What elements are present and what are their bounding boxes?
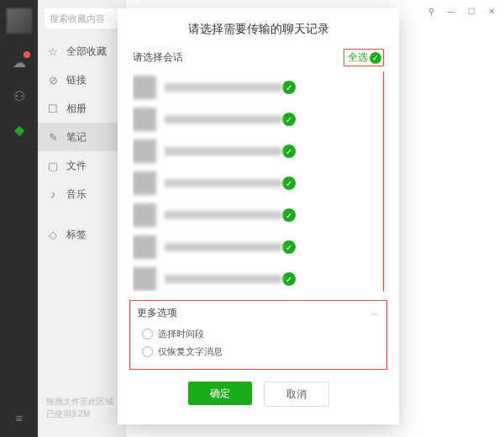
sidebar-item-links[interactable]: ⊘链接 <box>38 66 125 94</box>
list-item[interactable]: ✓ <box>133 231 380 263</box>
option-text-only[interactable]: 仅恢复文字消息 <box>137 343 380 361</box>
contacts-icon[interactable]: ⚇ <box>11 87 28 104</box>
user-avatar[interactable] <box>7 8 32 34</box>
sidebar-item-label: 音乐 <box>66 187 87 202</box>
checkbox[interactable]: ✓ <box>282 81 296 94</box>
close-button[interactable]: ✕ <box>486 7 497 16</box>
check-icon: ✓ <box>370 52 381 64</box>
conversation-name <box>165 83 282 92</box>
sidebar-item-label: 笔记 <box>66 130 87 145</box>
sidebar-item-files[interactable]: ▢文件 <box>38 151 125 180</box>
category-sidebar: 搜索收藏内容 ☆全部收藏 ⊘链接 ☐相册 ✎笔记 ▢文件 ♪音乐 ◇标签 拖拽文… <box>38 0 126 437</box>
sidebar-item-tags[interactable]: ◇标签 <box>38 220 125 249</box>
avatar <box>133 235 156 259</box>
list-item[interactable]: ✓ <box>133 199 380 231</box>
avatar <box>133 171 156 195</box>
minimize-button[interactable]: — <box>445 7 457 16</box>
nav-rail: ☁ ⚇ ◆ ≡ <box>0 0 38 437</box>
favorites-icon[interactable]: ◆ <box>11 121 28 138</box>
chat-icon[interactable]: ☁ <box>11 54 28 71</box>
sidebar-item-music[interactable]: ♪音乐 <box>38 180 125 208</box>
photo-icon: ☐ <box>46 103 60 115</box>
avatar <box>133 140 156 163</box>
menu-icon[interactable]: ≡ <box>15 412 22 425</box>
option-time-range[interactable]: 选择时间段 <box>137 325 380 343</box>
cancel-button[interactable]: 取消 <box>264 382 329 407</box>
radio-icon <box>142 346 153 357</box>
avatar <box>133 76 156 99</box>
unread-badge <box>24 51 30 58</box>
sidebar-item-label: 全部收藏 <box>66 45 107 59</box>
conversation-name <box>165 275 282 283</box>
checkbox[interactable]: ✓ <box>282 272 296 286</box>
sidebar-item-label: 文件 <box>66 159 87 173</box>
conversation-name <box>165 179 282 187</box>
maximize-button[interactable]: ☐ <box>465 7 477 16</box>
conversation-list: ✓ ✓ ✓ ✓ ✓ ✓ ✓ <box>133 71 384 292</box>
confirm-button[interactable]: 确定 <box>188 382 252 405</box>
sidebar-item-label: 链接 <box>66 73 87 87</box>
conversation-name <box>165 243 282 251</box>
avatar <box>133 267 156 291</box>
link-icon: ⊘ <box>46 74 60 87</box>
avatar <box>133 203 156 227</box>
sidebar-item-all[interactable]: ☆全部收藏 <box>38 37 125 66</box>
storage-footer: 拖拽文件至此区域 已使用3.2M <box>46 395 117 420</box>
checkbox[interactable]: ✓ <box>282 208 296 222</box>
pin-button[interactable]: ⚲ <box>425 7 437 16</box>
conversation-name <box>165 211 282 219</box>
sidebar-item-album[interactable]: ☐相册 <box>38 94 125 123</box>
music-icon: ♪ <box>46 188 60 201</box>
transfer-chat-modal: 请选择需要传输的聊天记录 请选择会话 全选 ✓ ✓ ✓ ✓ ✓ ✓ ✓ ✓ <box>118 8 399 424</box>
sidebar-item-label: 相册 <box>66 102 87 116</box>
file-icon: ▢ <box>46 160 60 172</box>
more-options-title: 更多选项 <box>137 306 177 320</box>
radio-icon <box>142 329 153 340</box>
list-item[interactable]: ✓ <box>133 103 380 135</box>
note-icon: ✎ <box>46 131 60 144</box>
checkbox[interactable]: ✓ <box>282 176 296 190</box>
tag-icon: ◇ <box>46 229 60 241</box>
sidebar-item-label: 标签 <box>66 228 87 242</box>
modal-title: 请选择需要传输的聊天记录 <box>118 8 399 49</box>
list-item[interactable]: ✓ <box>133 167 380 199</box>
more-options-panel: 更多选项 ︿ 选择时间段 仅恢复文字消息 <box>129 300 387 370</box>
list-item[interactable]: ✓ <box>133 263 380 292</box>
list-item[interactable]: ✓ <box>133 71 380 103</box>
collapse-icon[interactable]: ︿ <box>370 306 380 320</box>
avatar <box>133 108 156 131</box>
select-all-button[interactable]: 全选 ✓ <box>344 49 384 66</box>
window-controls: ⚲ — ☐ ✕ <box>425 7 497 16</box>
checkbox[interactable]: ✓ <box>282 145 296 158</box>
sidebar-item-notes[interactable]: ✎笔记 <box>38 123 125 151</box>
checkbox[interactable]: ✓ <box>282 113 296 126</box>
star-icon: ☆ <box>46 45 60 58</box>
search-input[interactable]: 搜索收藏内容 <box>45 8 118 29</box>
checkbox[interactable]: ✓ <box>282 240 296 254</box>
list-header: 请选择会话 <box>133 50 183 65</box>
conversation-name <box>165 147 282 155</box>
list-item[interactable]: ✓ <box>133 135 380 167</box>
conversation-name <box>165 115 282 124</box>
